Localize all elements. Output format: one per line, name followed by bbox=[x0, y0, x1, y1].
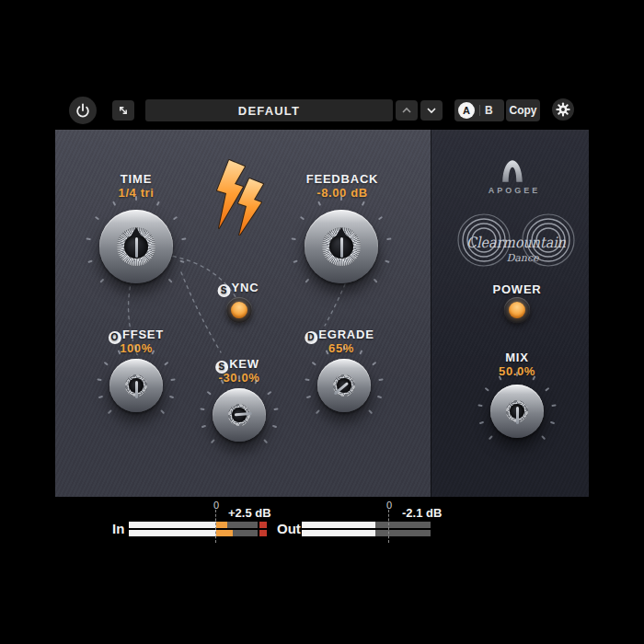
apogee-wordmark: APOGEE bbox=[489, 186, 541, 195]
preset-next-button[interactable] bbox=[420, 100, 443, 121]
svg-text:Clearmountain: Clearmountain bbox=[466, 234, 567, 251]
out-meter-left-channel bbox=[302, 522, 431, 528]
chevron-up-icon bbox=[399, 104, 414, 117]
out-zero-label: 0 bbox=[386, 500, 392, 511]
in-clip-indicator bbox=[259, 522, 267, 528]
feedback-knob[interactable] bbox=[291, 196, 392, 297]
sync-keycap: S bbox=[218, 284, 231, 297]
ab-b-button[interactable]: B bbox=[485, 104, 493, 117]
time-knob[interactable] bbox=[86, 196, 187, 297]
clearmountain-dance-logo: Clearmountain Dance bbox=[456, 211, 576, 270]
lightning-bolts-icon bbox=[213, 158, 272, 236]
mix-knob[interactable] bbox=[477, 372, 557, 451]
preset-prev-button[interactable] bbox=[396, 100, 418, 121]
chevron-down-icon bbox=[424, 104, 439, 117]
preset-name: DEFAULT bbox=[238, 104, 300, 118]
plugin-window: DEFAULT A B Copy bbox=[0, 0, 644, 644]
skew-knob[interactable] bbox=[200, 375, 279, 454]
out-meter-right-channel bbox=[302, 530, 431, 536]
out-meter bbox=[302, 522, 431, 536]
gear-icon bbox=[556, 102, 570, 117]
ab-a-button[interactable]: A bbox=[458, 102, 475, 119]
toolbar: DEFAULT A B Copy bbox=[0, 0, 644, 130]
plugin-bypass-button[interactable] bbox=[69, 97, 97, 124]
side-panel: APOGEE Clearmountain Dance POWER MIX 50.… bbox=[431, 130, 589, 497]
out-zero-marker bbox=[388, 510, 389, 543]
main-panel: TIME 1/4 tri FEEDBACK -8.00 dB SYNC OFFS… bbox=[55, 130, 431, 497]
offset-knob[interactable] bbox=[97, 346, 176, 425]
ab-divider bbox=[479, 105, 480, 116]
in-meter bbox=[129, 522, 267, 536]
in-clip-indicator bbox=[259, 530, 267, 536]
resize-button[interactable] bbox=[112, 100, 134, 121]
in-meter-label: In bbox=[112, 521, 124, 536]
ab-compare-group: A B bbox=[454, 99, 504, 121]
preset-selector[interactable]: DEFAULT bbox=[145, 99, 393, 121]
degrade-knob[interactable] bbox=[305, 346, 384, 425]
apogee-logo-icon bbox=[500, 158, 525, 184]
in-meter-left-channel bbox=[129, 522, 267, 528]
in-meter-value: +2.5 dB bbox=[228, 506, 271, 520]
sync-label: SYNC bbox=[218, 281, 259, 297]
svg-text:Dance: Dance bbox=[506, 252, 540, 264]
out-meter-value: -2.1 dB bbox=[402, 506, 442, 520]
power-label: POWER bbox=[492, 282, 541, 296]
power-led-button[interactable] bbox=[504, 297, 530, 323]
resize-diagonal-icon bbox=[116, 103, 131, 118]
in-meter-right-channel bbox=[129, 530, 267, 536]
in-zero-marker bbox=[215, 510, 216, 543]
in-zero-label: 0 bbox=[213, 500, 219, 511]
copy-button[interactable]: Copy bbox=[506, 99, 540, 121]
sync-led-button[interactable] bbox=[226, 297, 252, 323]
power-icon bbox=[74, 101, 92, 120]
out-meter-label: Out bbox=[277, 521, 301, 536]
settings-button[interactable] bbox=[552, 98, 574, 121]
